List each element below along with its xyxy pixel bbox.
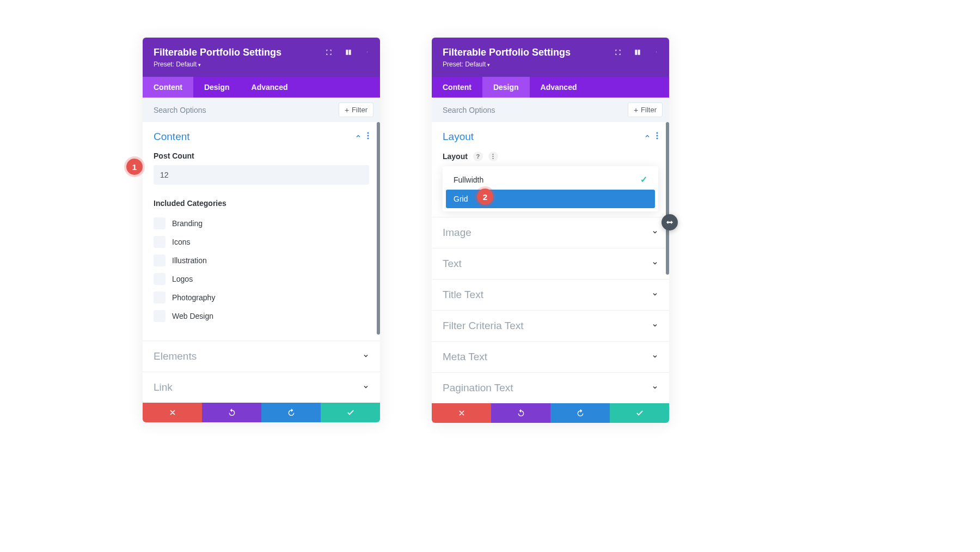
columns-icon[interactable] xyxy=(344,48,353,57)
filter-button[interactable]: +Filter xyxy=(628,102,663,117)
redo-button[interactable] xyxy=(261,403,321,422)
plus-icon: + xyxy=(634,106,638,114)
more-icon[interactable] xyxy=(653,48,661,57)
search-row: +Filter xyxy=(143,98,380,122)
category-checkbox[interactable] xyxy=(154,236,166,248)
svg-point-1 xyxy=(367,52,367,52)
svg-point-8 xyxy=(656,52,657,53)
section-more-icon[interactable] xyxy=(656,132,658,142)
section-image-title: Image xyxy=(443,227,471,239)
section-title-text[interactable]: Title Text xyxy=(432,279,669,310)
included-categories-label: Included Categories xyxy=(143,199,380,208)
resize-handle[interactable] xyxy=(661,214,678,230)
cancel-button[interactable] xyxy=(432,403,491,423)
tab-content[interactable]: Content xyxy=(432,77,482,98)
category-checkbox[interactable] xyxy=(154,273,166,285)
svg-point-14 xyxy=(493,158,494,159)
category-name: Icons xyxy=(172,238,190,246)
section-link[interactable]: Link xyxy=(143,372,380,403)
filter-button[interactable]: +Filter xyxy=(339,102,373,117)
category-row: Logos xyxy=(143,270,380,288)
tabs: Content Design Advanced xyxy=(432,77,669,98)
category-name: Branding xyxy=(172,219,203,228)
cancel-button[interactable] xyxy=(143,403,202,422)
layout-dropdown[interactable]: Fullwidth ✓ Grid xyxy=(443,166,658,211)
section-pagination-text[interactable]: Pagination Text xyxy=(432,372,669,403)
option-grid-label: Grid xyxy=(454,195,468,203)
category-checkbox[interactable] xyxy=(154,292,166,304)
category-row: Web Design xyxy=(143,307,380,325)
svg-point-7 xyxy=(656,52,657,52)
option-fullwidth-label: Fullwidth xyxy=(454,175,483,184)
category-name: Web Design xyxy=(172,312,213,320)
tabs: Content Design Advanced xyxy=(143,77,380,98)
category-name: Logos xyxy=(172,275,193,283)
undo-button[interactable] xyxy=(202,403,261,422)
expand-icon[interactable] xyxy=(614,48,622,57)
field-more-icon[interactable] xyxy=(488,151,498,161)
layout-field-text: Layout xyxy=(443,152,468,161)
chevron-down-icon xyxy=(652,352,658,362)
section-layout-title: Layout xyxy=(443,131,474,143)
search-input[interactable] xyxy=(443,106,628,114)
option-fullwidth[interactable]: Fullwidth ✓ xyxy=(446,169,655,190)
scrollbar[interactable] xyxy=(377,122,380,335)
section-link-title: Link xyxy=(154,381,173,393)
svg-point-4 xyxy=(367,135,369,136)
category-row: Photography xyxy=(143,288,380,307)
filter-label: Filter xyxy=(352,106,367,114)
section-text[interactable]: Text xyxy=(432,248,669,279)
chevron-down-icon xyxy=(652,259,658,269)
section-image[interactable]: Image xyxy=(432,217,669,248)
chevron-down-icon xyxy=(652,383,658,393)
section-content-title: Content xyxy=(154,131,190,143)
panel-header: Filterable Portfolio Settings Preset: De… xyxy=(143,38,380,77)
section-pagination-text-title: Pagination Text xyxy=(443,382,513,394)
confirm-button[interactable] xyxy=(321,403,380,422)
tab-advanced[interactable]: Advanced xyxy=(530,77,588,98)
preset-selector[interactable]: Preset: Default xyxy=(443,60,658,68)
section-meta-text[interactable]: Meta Text xyxy=(432,341,669,372)
confirm-button[interactable] xyxy=(610,403,669,423)
svg-point-2 xyxy=(367,52,367,53)
search-input[interactable] xyxy=(154,106,339,114)
svg-point-6 xyxy=(656,51,657,52)
preset-selector[interactable]: Preset: Default xyxy=(154,60,369,68)
settings-panel-design: Filterable Portfolio Settings Preset: De… xyxy=(432,38,669,423)
section-filter-criteria-title: Filter Criteria Text xyxy=(443,320,524,332)
expand-icon[interactable] xyxy=(324,48,333,57)
section-content[interactable]: Content xyxy=(143,122,380,151)
tab-content[interactable]: Content xyxy=(143,77,193,98)
category-row: Branding xyxy=(143,214,380,233)
search-row: +Filter xyxy=(432,98,669,122)
redo-button[interactable] xyxy=(550,403,610,423)
section-layout[interactable]: Layout xyxy=(432,122,669,151)
chevron-down-icon xyxy=(652,321,658,331)
section-elements[interactable]: Elements xyxy=(143,341,380,372)
columns-icon[interactable] xyxy=(633,48,642,57)
scrollbar[interactable] xyxy=(666,122,669,275)
settings-panel-content: Filterable Portfolio Settings Preset: De… xyxy=(143,38,380,422)
filter-label: Filter xyxy=(641,106,657,114)
panel-header: Filterable Portfolio Settings Preset: De… xyxy=(432,38,669,77)
section-meta-text-title: Meta Text xyxy=(443,351,487,363)
layout-field-label: Layout ? xyxy=(432,151,669,161)
category-checkbox[interactable] xyxy=(154,217,166,229)
post-count-input[interactable] xyxy=(154,165,369,185)
section-more-icon[interactable] xyxy=(367,132,369,142)
help-icon[interactable]: ? xyxy=(473,151,483,161)
more-icon[interactable] xyxy=(364,48,372,57)
category-checkbox[interactable] xyxy=(154,310,166,322)
undo-button[interactable] xyxy=(491,403,550,423)
section-filter-criteria-text[interactable]: Filter Criteria Text xyxy=(432,310,669,341)
chevron-down-icon xyxy=(363,351,369,361)
svg-point-0 xyxy=(367,51,367,52)
tab-advanced[interactable]: Advanced xyxy=(241,77,299,98)
callout-badge-1: 1 xyxy=(126,159,143,175)
tab-design[interactable]: Design xyxy=(482,77,530,98)
section-text-title: Text xyxy=(443,258,462,270)
svg-point-12 xyxy=(493,154,494,155)
svg-point-13 xyxy=(493,156,494,157)
tab-design[interactable]: Design xyxy=(193,77,241,98)
category-checkbox[interactable] xyxy=(154,254,166,266)
